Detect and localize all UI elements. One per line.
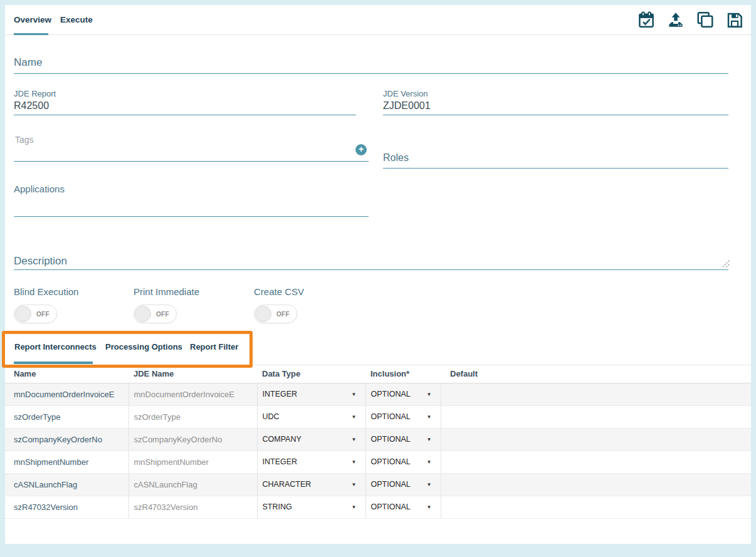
toggle-knob <box>135 306 151 322</box>
toggle-knob <box>15 306 31 322</box>
upload-icon[interactable] <box>666 11 685 29</box>
page: Overview Execute <box>0 0 756 557</box>
save-icon[interactable] <box>725 11 744 29</box>
cell-name: mnDocumentOrderInvoiceE <box>5 383 129 405</box>
data-type-select[interactable]: INTEGER▼ <box>263 390 365 398</box>
dropdown-caret-icon: ▼ <box>427 504 432 510</box>
data-type-select[interactable]: UDC▼ <box>263 412 365 421</box>
cell-name: szR47032Version <box>5 496 129 518</box>
toolbar <box>637 11 744 29</box>
data-type-select[interactable]: STRING▼ <box>263 502 365 511</box>
tab-processing-options[interactable]: Processing Options <box>105 342 182 351</box>
plus-icon: + <box>359 144 364 154</box>
blind-execution-toggle[interactable]: OFF <box>14 305 57 323</box>
dropdown-caret-icon: ▼ <box>352 482 357 487</box>
description-field-underline[interactable] <box>14 269 728 270</box>
inclusion-select[interactable]: OPTIONAL▼ <box>371 390 441 398</box>
table-row: cASNLaunchFlag cASNLaunchFlag CHARACTER▼… <box>5 473 751 496</box>
interconnects-table: Name JDE Name Data Type Inclusion* Defau… <box>5 365 751 519</box>
toggle-knob <box>255 306 271 322</box>
cell-jde-name: szCompanyKeyOrderNo <box>129 428 257 450</box>
table-header-row: Name JDE Name Data Type Inclusion* Defau… <box>5 365 751 383</box>
dropdown-caret-icon: ▼ <box>352 459 357 465</box>
active-subtab-underline <box>14 362 93 364</box>
dropdown-caret-icon: ▼ <box>352 414 357 420</box>
inclusion-select[interactable]: OPTIONAL▼ <box>371 480 441 489</box>
tab-report-filter[interactable]: Report Filter <box>190 342 238 351</box>
table-row: szCompanyKeyOrderNo szCompanyKeyOrderNo … <box>5 428 751 450</box>
table-row: szR47032Version szR47032Version STRING▼ … <box>5 496 751 518</box>
cell-default[interactable] <box>441 405 751 428</box>
jde-version-label: JDE Version <box>383 89 428 98</box>
cell-name: szOrderType <box>5 405 129 428</box>
cell-jde-name: szR47032Version <box>129 496 257 518</box>
tab-execute[interactable]: Execute <box>60 5 93 35</box>
table-row: mnShipmentNumber mnShipmentNumber INTEGE… <box>5 450 751 473</box>
create-csv-label: Create CSV <box>254 286 304 297</box>
jde-version-underline <box>383 115 728 115</box>
tab-report-interconnects[interactable]: Report Interconnects <box>14 342 97 351</box>
cell-default[interactable] <box>441 428 751 450</box>
dropdown-caret-icon: ▼ <box>352 437 357 442</box>
blind-execution-label: Blind Execution <box>14 286 78 297</box>
cell-jde-name: mnDocumentOrderInvoiceE <box>129 383 257 405</box>
dropdown-caret-icon: ▼ <box>427 459 432 465</box>
jde-version-value[interactable]: ZJDE0001 <box>383 100 431 112</box>
column-header-jde-name: JDE Name <box>129 365 257 383</box>
cell-default[interactable] <box>441 496 751 518</box>
cell-name: cASNLaunchFlag <box>5 473 129 496</box>
tags-field-label: Tags <box>15 135 34 145</box>
column-header-default: Default <box>441 365 751 383</box>
dropdown-caret-icon: ▼ <box>427 414 432 420</box>
inclusion-select[interactable]: OPTIONAL▼ <box>371 457 441 466</box>
jde-report-value[interactable]: R42500 <box>14 100 49 112</box>
toggle-state: OFF <box>276 311 290 318</box>
inclusion-select[interactable]: OPTIONAL▼ <box>371 412 441 421</box>
table-row: szOrderType szOrderType UDC▼ OPTIONAL▼ <box>5 405 751 428</box>
cell-name: szCompanyKeyOrderNo <box>5 428 129 450</box>
description-field-label: Description <box>14 255 67 268</box>
applications-field-underline[interactable] <box>14 216 369 217</box>
cell-default[interactable] <box>441 473 751 496</box>
dropdown-caret-icon: ▼ <box>427 437 432 442</box>
dropdown-caret-icon: ▼ <box>352 504 357 510</box>
dropdown-caret-icon: ▼ <box>352 392 357 397</box>
tab-overview[interactable]: Overview <box>14 5 51 35</box>
print-immediate-toggle[interactable]: OFF <box>134 305 177 323</box>
tags-field-underline[interactable] <box>14 161 369 162</box>
applications-field-label: Applications <box>14 184 65 194</box>
jde-report-underline <box>14 115 356 115</box>
cell-default[interactable] <box>441 383 751 405</box>
dropdown-caret-icon: ▼ <box>427 482 432 487</box>
table-row: mnDocumentOrderInvoiceE mnDocumentOrderI… <box>5 383 751 405</box>
name-field-label: Name <box>14 56 42 69</box>
roles-field-label: Roles <box>383 152 409 164</box>
schedule-icon[interactable] <box>637 11 656 29</box>
data-type-select[interactable]: COMPANY▼ <box>263 435 365 444</box>
textarea-resize-handle-icon[interactable] <box>721 259 730 268</box>
column-header-inclusion: Inclusion* <box>365 365 441 383</box>
cell-jde-name: mnShipmentNumber <box>129 450 257 473</box>
column-header-data-type: Data Type <box>257 365 365 383</box>
name-field-underline[interactable] <box>14 73 728 74</box>
data-type-select[interactable]: CHARACTER▼ <box>263 480 365 489</box>
column-header-name: Name <box>5 365 129 383</box>
cell-jde-name: szOrderType <box>129 405 257 428</box>
active-tab-underline <box>14 33 48 35</box>
roles-field-underline[interactable] <box>383 168 728 169</box>
create-csv-toggle[interactable]: OFF <box>254 305 297 323</box>
cell-name: mnShipmentNumber <box>5 450 129 473</box>
cell-jde-name: cASNLaunchFlag <box>129 473 257 496</box>
add-tag-button[interactable]: + <box>355 144 367 155</box>
toggle-state: OFF <box>36 311 50 318</box>
inclusion-select[interactable]: OPTIONAL▼ <box>371 502 441 511</box>
toggle-state: OFF <box>156 311 169 318</box>
data-type-select[interactable]: INTEGER▼ <box>263 457 365 466</box>
main-tabbar: Overview Execute <box>5 5 751 35</box>
cell-default[interactable] <box>441 450 751 473</box>
content-card: Overview Execute <box>5 5 751 544</box>
inclusion-select[interactable]: OPTIONAL▼ <box>371 435 441 444</box>
copy-icon[interactable] <box>696 11 715 29</box>
dropdown-caret-icon: ▼ <box>427 392 432 397</box>
jde-report-label: JDE Report <box>14 89 56 98</box>
